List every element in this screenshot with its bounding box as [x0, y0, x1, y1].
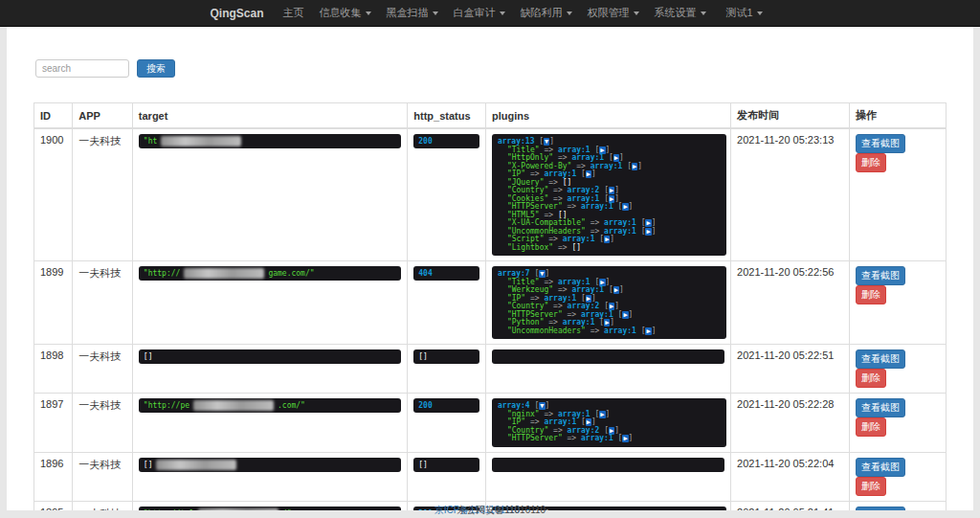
user-name: 测试1: [725, 6, 752, 20]
cell-id: 1896: [34, 452, 73, 501]
nav-item-label: 信息收集: [320, 6, 362, 20]
cell-id: 1897: [34, 394, 73, 453]
nav-item-label: 黑盒扫描: [387, 6, 429, 20]
nav-item-vuln-exploit[interactable]: 缺陷利用: [513, 0, 580, 26]
target-dump: "ht: [139, 134, 401, 148]
navbar-container: QingScan 主页 信息收集 黑盒扫描 白盒审计 缺陷利用 权限管理 系统设…: [211, 0, 770, 26]
results-table: ID APP target http_status plugins 发布时间 操…: [33, 102, 947, 510]
cell-app: 一夫科技: [73, 261, 133, 345]
cell-app: 一夫科技: [73, 345, 133, 394]
censored-region: [193, 400, 274, 411]
view-screenshot-button[interactable]: 查看截图: [856, 266, 905, 285]
cell-publish-time: 2021-11-20 05:22:56: [731, 261, 850, 345]
target-dump: []: [139, 349, 401, 364]
nav-item-home[interactable]: 主页: [276, 0, 312, 26]
nav-item-label: 权限管理: [588, 6, 630, 20]
caret-down-icon: [366, 11, 371, 15]
http-status-dump: []: [413, 458, 479, 472]
http-status-dump: 404: [413, 266, 479, 281]
http-status-dump: 200: [413, 398, 479, 413]
content-panel: 搜索 ID APP target http_status plugins 发布时…: [7, 27, 973, 510]
target-dump: []: [139, 458, 401, 472]
delete-button[interactable]: 删除: [856, 153, 886, 172]
cell-app: 一夫科技: [73, 128, 133, 261]
cell-app: 一夫科技: [73, 394, 133, 453]
cell-publish-time: 2021-11-20 05:23:13: [731, 128, 850, 261]
nav-item-label: 白盒审计: [454, 6, 496, 20]
brand-logo[interactable]: QingScan: [211, 0, 264, 26]
caret-down-icon: [757, 11, 763, 15]
table-body: 1900一夫科技"ht200array:13 [▼]"Title" => arr…: [34, 128, 947, 510]
censored-region: [156, 460, 236, 470]
plugins-dump: array:13 [▼]"Title" => array:1 [▶]"HttpO…: [492, 134, 726, 256]
nav-item-label: 系统设置: [655, 6, 697, 20]
col-header-plugins: plugins: [485, 103, 730, 129]
http-status-dump: 200: [413, 134, 479, 148]
col-header-id: ID: [34, 103, 73, 129]
search-input[interactable]: [35, 59, 129, 78]
page-footer: 京ICP备1101101110京公网安备11010110: [0, 504, 980, 517]
plugins-dump: array:7 [▼]"Title" => array:1 [▶]"Werkze…: [492, 266, 726, 339]
cell-publish-time: 2021-11-20 05:22:28: [731, 394, 850, 453]
http-status-dump: []: [413, 349, 479, 364]
caret-down-icon: [433, 11, 438, 15]
censored-region: [184, 268, 264, 279]
table-row: 1896一夫科技[][]2021-11-20 05:22:04查看截图删除: [34, 452, 947, 501]
censored-region: [161, 136, 241, 146]
col-header-publish-time: 发布时间: [731, 103, 850, 129]
caret-down-icon: [567, 11, 572, 15]
table-row: 1899一夫科技"http://game.com/"404array:7 [▼]…: [34, 261, 947, 345]
app-navbar: QingScan 主页 信息收集 黑盒扫描 白盒审计 缺陷利用 权限管理 系统设…: [0, 0, 980, 27]
table-row: 1898一夫科技[][]2021-11-20 05:22:51查看截图删除: [34, 345, 947, 394]
cell-id: 1899: [34, 261, 73, 345]
cell-id: 1900: [34, 128, 73, 261]
cell-app: 一夫科技: [73, 452, 133, 501]
nav-item-system-settings[interactable]: 系统设置: [647, 0, 714, 26]
col-header-app: APP: [73, 103, 133, 129]
nav-item-permission[interactable]: 权限管理: [580, 0, 647, 26]
search-bar: 搜索: [35, 59, 973, 78]
caret-down-icon: [701, 11, 706, 15]
caret-down-icon: [500, 11, 505, 15]
beian-text: 京公网安备11010110: [457, 505, 546, 515]
table-row: 1900一夫科技"ht200array:13 [▼]"Title" => arr…: [34, 128, 947, 261]
nav-item-blackbox-scan[interactable]: 黑盒扫描: [379, 0, 446, 26]
nav-item-label: 缺陷利用: [521, 6, 563, 20]
view-screenshot-button[interactable]: 查看截图: [856, 134, 905, 153]
cell-id: 1898: [34, 345, 73, 394]
cell-publish-time: 2021-11-20 05:22:04: [731, 452, 850, 501]
table-row: 1897一夫科技"http://pe.com/"200array:4 [▼]"n…: [34, 394, 947, 453]
search-button[interactable]: 搜索: [137, 59, 175, 78]
plugins-dump: [492, 349, 724, 364]
nav-item-label: 主页: [283, 6, 304, 20]
user-menu[interactable]: 测试1: [718, 0, 769, 26]
nav-item-info-collect[interactable]: 信息收集: [312, 0, 379, 26]
view-screenshot-button[interactable]: 查看截图: [856, 349, 905, 369]
target-dump: "http://pe.com/": [139, 398, 401, 413]
caret-down-icon: [634, 11, 639, 15]
col-header-actions: 操作: [850, 103, 947, 129]
plugins-dump: array:4 [▼]"nginx" => array:1 [▶]"IP" =>…: [492, 398, 726, 447]
cell-publish-time: 2021-11-20 05:22:51: [731, 345, 850, 394]
nav-item-whitebox-audit[interactable]: 白盒审计: [446, 0, 513, 26]
delete-button[interactable]: 删除: [856, 285, 886, 304]
target-dump: "http://game.com/": [139, 266, 401, 281]
delete-button[interactable]: 删除: [856, 417, 886, 437]
delete-button[interactable]: 删除: [856, 477, 886, 496]
table-header-row: ID APP target http_status plugins 发布时间 操…: [34, 103, 947, 129]
plugins-dump: [492, 458, 724, 472]
view-screenshot-button[interactable]: 查看截图: [856, 458, 905, 477]
delete-button[interactable]: 删除: [856, 369, 886, 388]
view-screenshot-button[interactable]: 查看截图: [856, 398, 905, 417]
col-header-http-status: http_status: [408, 103, 486, 129]
col-header-target: target: [132, 103, 407, 129]
